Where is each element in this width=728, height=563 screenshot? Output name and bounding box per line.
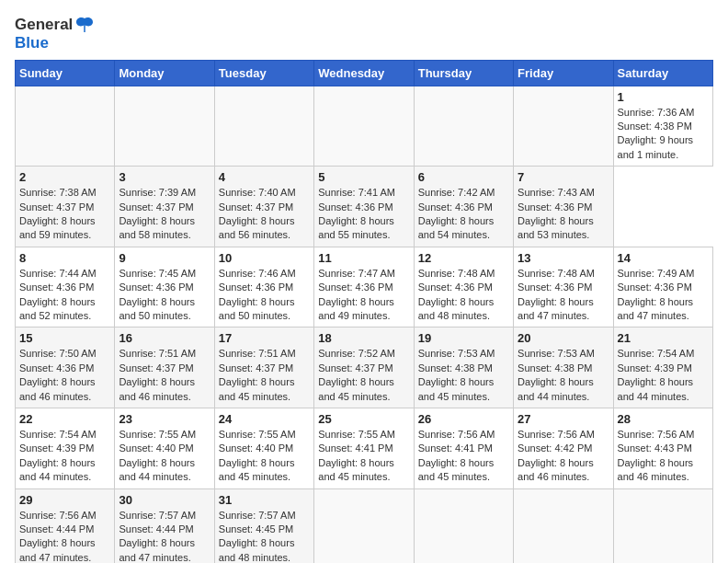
day-number: 29 (19, 493, 110, 507)
day-info: Sunrise: 7:43 AMSunset: 4:36 PMDaylight:… (518, 186, 609, 243)
day-info: Sunrise: 7:54 AMSunset: 4:39 PMDaylight:… (19, 428, 110, 485)
day-info: Sunrise: 7:53 AMSunset: 4:38 PMDaylight:… (518, 347, 609, 404)
day-info: Sunrise: 7:48 AMSunset: 4:36 PMDaylight:… (418, 267, 509, 324)
day-number: 2 (19, 170, 110, 184)
day-number: 3 (119, 170, 210, 184)
calendar-day-15: 15 Sunrise: 7:50 AMSunset: 4:36 PMDaylig… (16, 327, 115, 408)
calendar-day-26: 26 Sunrise: 7:56 AMSunset: 4:41 PMDaylig… (414, 408, 513, 488)
day-number: 17 (219, 331, 310, 345)
empty-cell (514, 86, 613, 167)
day-number: 5 (318, 170, 409, 184)
calendar-day-30: 30 Sunrise: 7:57 AMSunset: 4:44 PMDaylig… (115, 488, 214, 563)
calendar-day-17: 17 Sunrise: 7:51 AMSunset: 4:37 PMDaylig… (214, 327, 313, 408)
day-info: Sunrise: 7:45 AMSunset: 4:36 PMDaylight:… (119, 267, 210, 324)
calendar-day-29: 29 Sunrise: 7:56 AMSunset: 4:44 PMDaylig… (16, 488, 115, 563)
day-number: 26 (418, 412, 509, 426)
empty-cell (314, 86, 414, 167)
day-info: Sunrise: 7:53 AMSunset: 4:38 PMDaylight:… (418, 347, 509, 404)
day-number: 31 (219, 493, 310, 507)
day-number: 19 (418, 331, 509, 345)
calendar-week-4: 15 Sunrise: 7:50 AMSunset: 4:36 PMDaylig… (16, 327, 713, 408)
logo-bird-icon (74, 15, 95, 35)
day-info: Sunrise: 7:47 AMSunset: 4:36 PMDaylight:… (318, 267, 409, 324)
logo-text-blue: Blue (15, 35, 95, 52)
column-header-tuesday: Tuesday (214, 60, 313, 86)
calendar-day-31: 31 Sunrise: 7:57 AMSunset: 4:45 PMDaylig… (214, 488, 313, 563)
day-info: Sunrise: 7:41 AMSunset: 4:36 PMDaylight:… (318, 186, 409, 243)
calendar-day-20: 20 Sunrise: 7:53 AMSunset: 4:38 PMDaylig… (514, 327, 613, 408)
day-number: 8 (19, 251, 110, 265)
day-number: 14 (618, 251, 709, 265)
calendar-day-11: 11 Sunrise: 7:47 AMSunset: 4:36 PMDaylig… (314, 247, 414, 327)
day-number: 27 (518, 412, 609, 426)
calendar-table: SundayMondayTuesdayWednesdayThursdayFrid… (15, 60, 713, 563)
column-header-friday: Friday (514, 60, 613, 86)
calendar-day-28: 28 Sunrise: 7:56 AMSunset: 4:43 PMDaylig… (613, 408, 712, 488)
calendar-day-14: 14 Sunrise: 7:49 AMSunset: 4:36 PMDaylig… (613, 247, 712, 327)
calendar-day-24: 24 Sunrise: 7:55 AMSunset: 4:40 PMDaylig… (214, 408, 313, 488)
day-info: Sunrise: 7:42 AMSunset: 4:36 PMDaylight:… (418, 186, 509, 243)
day-info: Sunrise: 7:38 AMSunset: 4:37 PMDaylight:… (19, 186, 110, 243)
calendar-day-25: 25 Sunrise: 7:55 AMSunset: 4:41 PMDaylig… (314, 408, 414, 488)
day-info: Sunrise: 7:55 AMSunset: 4:40 PMDaylight:… (119, 428, 210, 485)
day-number: 4 (219, 170, 310, 184)
column-header-saturday: Saturday (613, 60, 712, 86)
calendar-day-10: 10 Sunrise: 7:46 AMSunset: 4:36 PMDaylig… (214, 247, 313, 327)
logo-text-general: General (15, 17, 73, 34)
day-info: Sunrise: 7:56 AMSunset: 4:44 PMDaylight:… (19, 509, 110, 564)
day-number: 25 (318, 412, 409, 426)
calendar-day-27: 27 Sunrise: 7:56 AMSunset: 4:42 PMDaylig… (514, 408, 613, 488)
calendar-day-13: 13 Sunrise: 7:48 AMSunset: 4:36 PMDaylig… (514, 247, 613, 327)
calendar-header-row: SundayMondayTuesdayWednesdayThursdayFrid… (16, 60, 713, 86)
calendar-day-8: 8 Sunrise: 7:44 AMSunset: 4:36 PMDayligh… (16, 247, 115, 327)
logo-container: General Blue (15, 15, 95, 52)
day-number: 10 (219, 251, 310, 265)
day-info: Sunrise: 7:56 AMSunset: 4:43 PMDaylight:… (618, 428, 709, 485)
calendar-day-1: 1 Sunrise: 7:36 AMSunset: 4:38 PMDayligh… (613, 86, 712, 167)
calendar-day-21: 21 Sunrise: 7:54 AMSunset: 4:39 PMDaylig… (613, 327, 712, 408)
day-number: 28 (618, 412, 709, 426)
calendar-day-7: 7 Sunrise: 7:43 AMSunset: 4:36 PMDayligh… (514, 167, 613, 247)
day-number: 1 (618, 90, 709, 104)
calendar-week-3: 8 Sunrise: 7:44 AMSunset: 4:36 PMDayligh… (16, 247, 713, 327)
day-number: 6 (418, 170, 509, 184)
day-info: Sunrise: 7:56 AMSunset: 4:41 PMDaylight:… (418, 428, 509, 485)
empty-cell (414, 488, 513, 563)
day-info: Sunrise: 7:40 AMSunset: 4:37 PMDaylight:… (219, 186, 310, 243)
day-info: Sunrise: 7:39 AMSunset: 4:37 PMDaylight:… (119, 186, 210, 243)
day-info: Sunrise: 7:57 AMSunset: 4:44 PMDaylight:… (119, 509, 210, 564)
empty-cell (414, 86, 513, 167)
day-number: 16 (119, 331, 210, 345)
calendar-day-9: 9 Sunrise: 7:45 AMSunset: 4:36 PMDayligh… (115, 247, 214, 327)
day-number: 9 (119, 251, 210, 265)
day-number: 15 (19, 331, 110, 345)
day-info: Sunrise: 7:44 AMSunset: 4:36 PMDaylight:… (19, 267, 110, 324)
calendar-day-6: 6 Sunrise: 7:42 AMSunset: 4:36 PMDayligh… (414, 167, 513, 247)
empty-cell (214, 86, 313, 167)
day-number: 18 (318, 331, 409, 345)
day-number: 7 (518, 170, 609, 184)
day-number: 11 (318, 251, 409, 265)
calendar-day-23: 23 Sunrise: 7:55 AMSunset: 4:40 PMDaylig… (115, 408, 214, 488)
day-info: Sunrise: 7:46 AMSunset: 4:36 PMDaylight:… (219, 267, 310, 324)
column-header-sunday: Sunday (16, 60, 115, 86)
day-info: Sunrise: 7:56 AMSunset: 4:42 PMDaylight:… (518, 428, 609, 485)
calendar-week-1: 1 Sunrise: 7:36 AMSunset: 4:38 PMDayligh… (16, 86, 713, 167)
day-info: Sunrise: 7:36 AMSunset: 4:38 PMDaylight:… (618, 106, 709, 163)
day-info: Sunrise: 7:49 AMSunset: 4:36 PMDaylight:… (618, 267, 709, 324)
calendar-day-22: 22 Sunrise: 7:54 AMSunset: 4:39 PMDaylig… (16, 408, 115, 488)
empty-cell (314, 488, 414, 563)
empty-cell (613, 488, 712, 563)
calendar-day-3: 3 Sunrise: 7:39 AMSunset: 4:37 PMDayligh… (115, 167, 214, 247)
day-number: 23 (119, 412, 210, 426)
calendar-week-6: 29 Sunrise: 7:56 AMSunset: 4:44 PMDaylig… (16, 488, 713, 563)
calendar-day-16: 16 Sunrise: 7:51 AMSunset: 4:37 PMDaylig… (115, 327, 214, 408)
empty-cell (16, 86, 115, 167)
day-info: Sunrise: 7:55 AMSunset: 4:40 PMDaylight:… (219, 428, 310, 485)
day-number: 20 (518, 331, 609, 345)
calendar-day-4: 4 Sunrise: 7:40 AMSunset: 4:37 PMDayligh… (214, 167, 313, 247)
logo: General Blue (15, 15, 95, 52)
day-info: Sunrise: 7:50 AMSunset: 4:36 PMDaylight:… (19, 347, 110, 404)
column-header-monday: Monday (115, 60, 214, 86)
empty-cell (514, 488, 613, 563)
